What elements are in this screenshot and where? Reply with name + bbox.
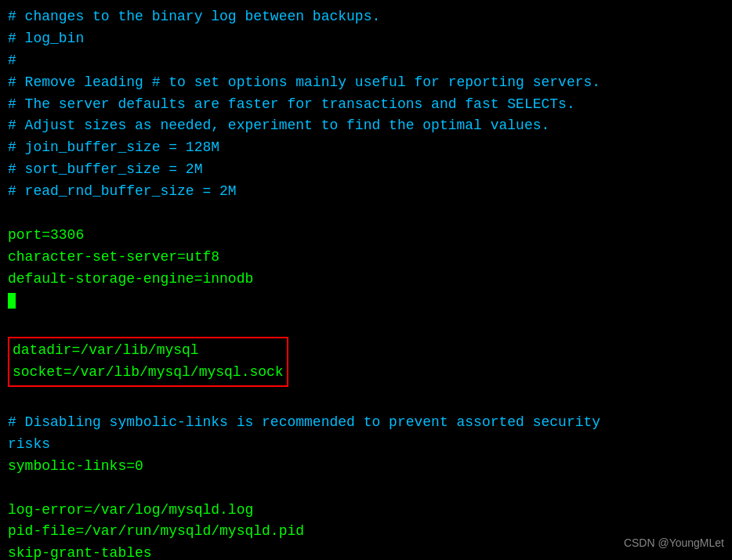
line-port: port=3306 [8,225,724,247]
line-empty1 [8,312,724,334]
line-charset: character-set-server=utf8 [8,247,724,269]
terminal: # changes to the binary log between back… [0,0,732,560]
line-5: # The server defaults are faster for tra… [8,94,724,116]
line-10 [8,203,724,225]
line-pidfile: pid-file=/var/run/mysqld/mysqld.pid [8,521,724,543]
line-empty2 [8,390,724,412]
line-9: # read_rnd_buffer_size = 2M [8,181,724,203]
line-1: # changes to the binary log between back… [8,6,724,28]
line-empty3 [8,478,724,500]
line-cursor [8,291,724,313]
line-storage: default-storage-engine=innodb [8,269,724,291]
line-logerror: log-error=/var/log/mysqld.log [8,500,724,522]
line-symlinks2: risks [8,434,724,456]
line-symlinks1: # Disabling symbolic-links is recommende… [8,412,724,434]
highlighted-datadir-block: datadir=/var/lib/mysql socket=/var/lib/m… [8,337,288,387]
line-symlinks-val: symbolic-links=0 [8,456,724,478]
line-socket: socket=/var/lib/mysql/mysql.sock [13,362,284,384]
line-7: # join_buffer_size = 128M [8,137,724,159]
line-8: # sort_buffer_size = 2M [8,159,724,181]
line-datadir: datadir=/var/lib/mysql [13,340,284,362]
watermark: CSDN @YoungMLet [624,535,724,552]
line-skipgrant: skip-grant-tables [8,543,724,560]
line-3: # [8,50,724,72]
line-6: # Adjust sizes as needed, experiment to … [8,115,724,137]
line-4: # Remove leading # to set options mainly… [8,72,724,94]
cursor [8,293,16,309]
line-2: # log_bin [8,28,724,50]
